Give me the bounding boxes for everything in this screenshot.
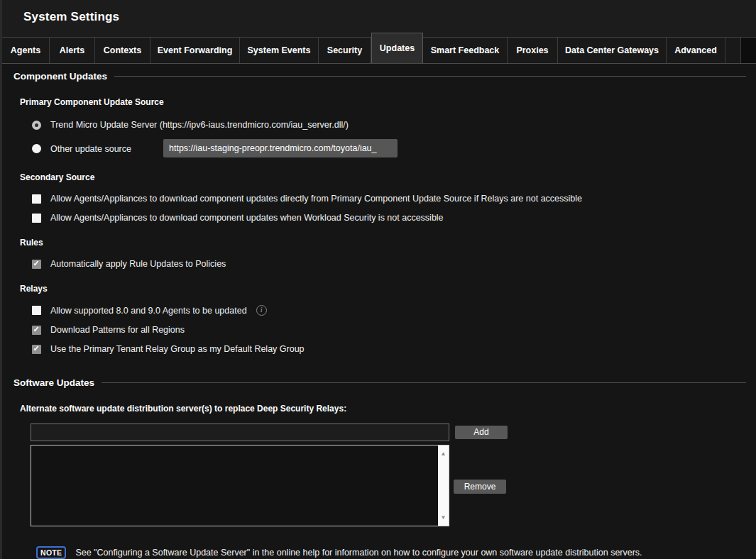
auto-apply-rule-updates-checkbox[interactable] [32,260,41,269]
checkbox-label: Use the Primary Tenant Relay Group as my… [50,344,305,354]
tab-smart-feedback[interactable]: Smart Feedback [423,38,508,63]
tab-advanced[interactable]: Advanced [667,38,725,63]
trend-micro-update-server-option: Trend Micro Update Server (https://ipv6-… [32,120,756,130]
tabbar-end [741,38,756,63]
page-title: System Settings [23,10,119,24]
note-text: See "Configuring a Software Update Serve… [75,548,642,558]
tab-data-center-gateways[interactable]: Data Center Gateways [558,38,667,63]
add-button[interactable]: Add [455,426,508,439]
download-patterns-all-regions-checkbox[interactable] [32,326,41,335]
page-header: System Settings [2,0,756,37]
allow-legacy-agents-update-checkbox[interactable] [32,306,41,315]
server-url-input[interactable] [31,424,449,441]
allow-download-when-ws-inaccessible-checkbox[interactable] [32,214,41,223]
other-update-source-label: Other update source [50,144,131,154]
other-update-source-url-input[interactable] [163,139,398,157]
tab-security[interactable]: Security [319,38,371,63]
checkbox-row: Allow Agents/Appliances to download comp… [32,213,756,223]
tabbar-spacer [725,38,741,63]
checkbox-row: Download Patterns for all Regions [32,325,756,335]
note-row: NOTE See "Configuring a Software Update … [36,546,756,559]
remove-button[interactable]: Remove [454,480,506,494]
checkbox-label: Allow supported 8.0 and 9.0 Agents to be… [50,306,247,316]
checkbox-label: Allow Agents/Appliances to download comp… [50,194,582,204]
section-divider [102,382,746,383]
tab-proxies[interactable]: Proxies [508,38,558,63]
other-update-source-option: Other update source [32,139,756,158]
alternate-servers-label: Alternate software update distribution s… [20,404,756,414]
primary-source-heading: Primary Component Update Source [20,97,756,107]
tab-updates[interactable]: Updates [371,33,423,63]
settings-tabbar: Agents Alerts Contexts Event Forwarding … [2,37,756,64]
trend-micro-update-server-radio[interactable] [32,121,41,130]
section-title-component-updates: Component Updates [13,71,107,82]
checkbox-row: Use the Primary Tenant Relay Group as my… [32,344,756,354]
allow-primary-source-download-checkbox[interactable] [32,194,41,204]
tab-alerts[interactable]: Alerts [50,38,95,63]
scroll-down-icon[interactable]: ▼ [438,514,449,521]
scroll-up-icon[interactable]: ▲ [438,450,449,457]
software-updates-section-header: Software Updates [13,377,746,388]
note-badge: NOTE [36,546,66,559]
checkbox-row: Automatically apply Rule Updates to Poli… [32,259,756,269]
tab-contexts[interactable]: Contexts [95,38,150,63]
add-server-row: Add [31,424,756,441]
server-listbox[interactable]: ▲ ▼ [31,445,449,526]
component-updates-section-header: Component Updates [13,71,746,82]
tab-agents[interactable]: Agents [2,38,50,63]
section-divider [114,76,746,77]
server-list-row: ▲ ▼ Remove [31,445,756,527]
tab-system-events[interactable]: System Events [240,38,319,63]
rules-heading: Rules [20,238,756,248]
other-update-source-radio[interactable] [32,144,41,153]
system-settings-page: System Settings Agents Alerts Contexts E… [0,0,756,559]
info-icon[interactable] [256,305,267,316]
checkbox-row: Allow Agents/Appliances to download comp… [32,194,756,204]
checkbox-label: Automatically apply Rule Updates to Poli… [50,259,226,269]
trend-micro-update-server-label: Trend Micro Update Server (https://ipv6-… [50,120,349,130]
section-title-software-updates: Software Updates [13,377,94,388]
secondary-source-heading: Secondary Source [20,172,756,182]
tab-event-forwarding[interactable]: Event Forwarding [150,38,240,63]
listbox-scrollbar[interactable]: ▲ ▼ [438,445,449,526]
checkbox-label: Download Patterns for all Regions [50,325,185,335]
checkbox-row: Allow supported 8.0 and 9.0 Agents to be… [32,305,756,316]
relays-heading: Relays [20,284,756,294]
checkbox-label: Allow Agents/Appliances to download comp… [50,213,444,223]
primary-tenant-relay-group-checkbox[interactable] [32,345,41,354]
